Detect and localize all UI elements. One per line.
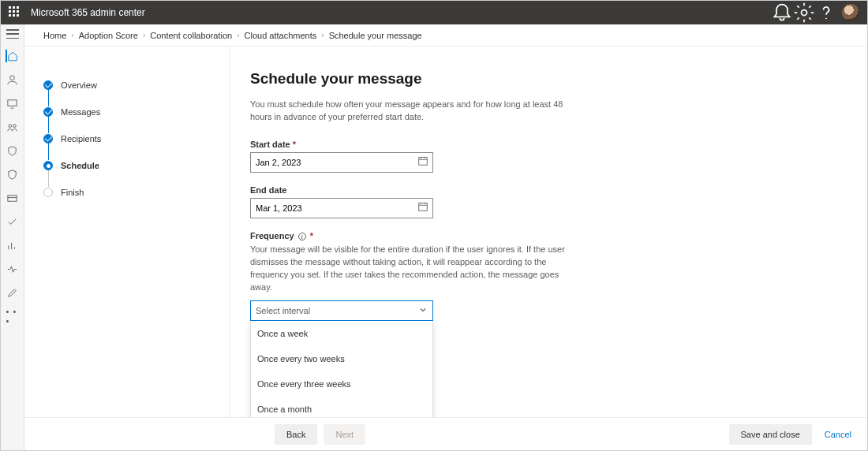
breadcrumb-item[interactable]: Adoption Score [79, 31, 138, 40]
start-date-input[interactable] [250, 152, 433, 173]
breadcrumb-item[interactable]: Cloud attachments [245, 31, 317, 40]
rail-edit-icon[interactable] [6, 286, 19, 299]
svg-point-0 [802, 10, 807, 16]
step-label: Schedule [61, 161, 99, 170]
rail-shield2-icon[interactable] [6, 168, 19, 181]
rail-setup-icon[interactable] [6, 215, 19, 228]
info-icon[interactable]: i [298, 233, 306, 240]
step-overview[interactable]: Overview [43, 72, 229, 99]
check-icon [43, 134, 53, 144]
svg-rect-7 [419, 203, 428, 211]
frequency-option[interactable]: Once a week [251, 321, 432, 346]
notifications-icon[interactable] [771, 2, 793, 24]
step-finish[interactable]: Finish [43, 179, 229, 206]
breadcrumb-item[interactable]: Schedule your message [329, 31, 422, 40]
frequency-select[interactable]: Select interval [250, 300, 433, 321]
end-date-input[interactable] [250, 198, 433, 218]
step-messages[interactable]: Messages [43, 99, 229, 125]
chevron-down-icon [418, 305, 428, 316]
calendar-icon[interactable] [417, 201, 428, 215]
frequency-dropdown: Once a week Once every two weeks Once ev… [250, 321, 433, 423]
check-icon [43, 80, 53, 90]
wizard-stepper: Overview Messages Recipients [43, 72, 229, 206]
wizard-footer: Back Next Save and close Cancel [25, 417, 867, 450]
frequency-option[interactable]: Once every three weeks [251, 371, 432, 397]
rail-teams-icon[interactable] [6, 121, 19, 133]
breadcrumb-item[interactable]: Home [43, 31, 66, 40]
rail-shield-icon[interactable] [6, 144, 19, 157]
rail-devices-icon[interactable] [6, 97, 19, 110]
rail-users-icon[interactable] [6, 73, 19, 86]
step-label: Messages [61, 107, 100, 117]
rail-health-icon[interactable] [6, 263, 19, 275]
svg-point-4 [13, 124, 16, 127]
rail-home-icon[interactable] [6, 50, 18, 62]
svg-rect-6 [419, 158, 428, 166]
start-date-label: Start date * [250, 140, 433, 149]
account-avatar[interactable] [842, 4, 859, 21]
frequency-label: Frequency i * [250, 231, 582, 240]
app-title: Microsoft 365 admin center [31, 7, 145, 18]
svg-point-1 [10, 75, 15, 80]
calendar-icon[interactable] [417, 155, 428, 170]
end-date-label: End date [250, 185, 433, 195]
breadcrumb-item[interactable]: Content collaboration [150, 31, 232, 40]
step-schedule[interactable]: Schedule [43, 152, 229, 179]
nav-toggle-icon[interactable] [6, 29, 19, 39]
frequency-option[interactable]: Once every two weeks [251, 346, 432, 371]
step-label: Recipients [61, 134, 101, 144]
svg-point-3 [9, 124, 12, 127]
svg-rect-5 [8, 195, 17, 201]
save-and-close-button[interactable]: Save and close [729, 424, 812, 445]
settings-icon[interactable] [793, 2, 815, 24]
rail-reports-icon[interactable] [6, 239, 19, 252]
circle-icon [43, 188, 53, 197]
breadcrumb: Home› Adoption Score› Content collaborat… [24, 24, 867, 47]
page-title: Schedule your message [250, 70, 867, 88]
frequency-placeholder: Select interval [256, 306, 310, 315]
step-label: Finish [61, 188, 84, 197]
step-recipients[interactable]: Recipients [43, 125, 229, 152]
step-label: Overview [61, 80, 97, 90]
left-nav-rail: • • • [1, 24, 24, 450]
frequency-description: Your message will be visible for the ent… [250, 244, 574, 294]
dot-icon [43, 161, 53, 170]
check-icon [43, 107, 53, 117]
rail-billing-icon[interactable] [6, 192, 19, 204]
cancel-link[interactable]: Cancel [825, 430, 851, 439]
page-description: You must schedule how often your message… [250, 99, 566, 124]
back-button[interactable]: Back [275, 424, 317, 445]
svg-rect-2 [8, 99, 17, 106]
help-icon[interactable] [815, 2, 837, 24]
next-button: Next [324, 424, 365, 445]
app-launcher-icon[interactable] [9, 6, 21, 19]
rail-more-icon[interactable]: • • • [6, 310, 19, 322]
